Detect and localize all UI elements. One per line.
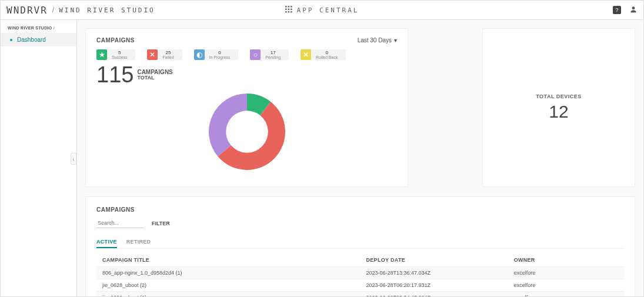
date-range-select[interactable]: Last 30 Days ▾ <box>358 37 397 44</box>
apps-icon <box>285 6 292 15</box>
cell-owner: excelfore <box>508 267 624 279</box>
svg-rect-1 <box>288 6 289 8</box>
svg-rect-0 <box>285 6 287 8</box>
cell-owner: excelfore <box>508 279 624 292</box>
svg-rect-8 <box>291 11 292 13</box>
col-date[interactable]: DEPLOY DATE <box>361 253 508 267</box>
svg-rect-5 <box>291 8 292 10</box>
status-chip-rolled-back[interactable]: ✕0Rolled Back <box>301 49 346 60</box>
sidebar-item-label: Dashboard <box>17 36 46 43</box>
cell-title: jie_0628_uboot (1) <box>96 292 361 297</box>
svg-rect-3 <box>285 8 287 10</box>
chip-value: 17 <box>265 51 281 55</box>
status-chip-in-progress[interactable]: ◐0In Progress <box>194 49 239 60</box>
col-owner[interactable]: OWNER <box>508 253 624 267</box>
devices-value: 12 <box>549 102 568 122</box>
in-progress-icon: ◐ <box>194 49 205 60</box>
chip-value: 0 <box>316 51 338 55</box>
pending-icon: ○ <box>250 49 261 60</box>
cell-date: 2023-06-28T06:20:17.931Z <box>361 279 508 292</box>
sidebar: WIND RIVER STUDIO / Dashboard <box>1 20 77 296</box>
svg-rect-6 <box>285 11 287 13</box>
svg-rect-4 <box>288 8 289 10</box>
app-switcher[interactable]: APP CENTRAL <box>285 6 359 15</box>
table-row[interactable]: 806_app-nginx_1.0_d958d2d4 (1)2023-06-28… <box>96 267 624 279</box>
tab-retired[interactable]: RETIRED <box>126 236 151 248</box>
status-chip-failed[interactable]: ✕25Failed <box>147 49 182 60</box>
app-header: WNDRVR / WIND RIVER STUDIO APP CENTRAL ? <box>1 1 643 20</box>
user-icon[interactable] <box>629 5 638 15</box>
failed-icon: ✕ <box>147 49 158 60</box>
devices-label: TOTAL DEVICES <box>536 94 582 99</box>
success-icon: ★ <box>96 49 107 60</box>
logo: WNDRVR <box>6 5 48 16</box>
date-range-label: Last 30 Days <box>358 37 392 44</box>
chip-label: Rolled Back <box>316 55 338 59</box>
chip-value: 5 <box>112 51 127 55</box>
studio-name: WIND RIVER STUDIO <box>59 6 155 14</box>
sidebar-item-dashboard[interactable]: Dashboard <box>1 33 76 46</box>
status-chip-success[interactable]: ★5Success <box>96 49 135 60</box>
rolled-back-icon: ✕ <box>301 49 311 60</box>
table-row[interactable]: jie_0628_uboot (2)2023-06-28T06:20:17.93… <box>96 279 624 292</box>
divider: / <box>52 6 54 14</box>
status-chip-row: ★5Success✕25Failed◐0In Progress○17Pendin… <box>96 49 397 60</box>
svg-point-9 <box>632 6 635 9</box>
total-campaigns-value: 115 <box>96 62 134 88</box>
campaigns-donut-chart <box>96 88 397 176</box>
chip-label: Pending <box>265 55 281 59</box>
chip-value: 0 <box>209 51 231 55</box>
search-input[interactable] <box>96 218 144 228</box>
card-title: CAMPAIGNS <box>96 37 135 44</box>
chip-value: 25 <box>162 51 173 55</box>
breadcrumb-slash: / <box>54 26 55 30</box>
col-title[interactable]: CAMPAIGN TITLE <box>96 253 361 267</box>
svg-rect-7 <box>288 11 289 13</box>
chip-label: Success <box>112 55 127 59</box>
bullet-icon <box>10 39 12 41</box>
breadcrumb-root: WIND RIVER STUDIO <box>8 26 52 30</box>
filter-button[interactable]: FILTER <box>152 221 170 226</box>
sidebar-collapse-handle[interactable]: ‹ <box>71 153 76 165</box>
campaigns-table-card: CAMPAIGNS FILTER ACTIVE RETIRED CAMPAIGN… <box>85 196 635 296</box>
total-label-2: TOTAL <box>137 75 172 81</box>
app-central-label: APP CENTRAL <box>297 6 359 14</box>
cell-owner: excelfore <box>508 292 624 297</box>
status-chip-pending[interactable]: ○17Pending <box>250 49 289 60</box>
breadcrumb[interactable]: WIND RIVER STUDIO / <box>1 25 76 31</box>
table-row[interactable]: jie_0628_uboot (1)2023-06-28T05:34:47.28… <box>96 292 624 297</box>
campaigns-table: CAMPAIGN TITLE DEPLOY DATE OWNER 806_app… <box>96 253 624 296</box>
donut-slice-pending <box>209 94 247 156</box>
main-content: CAMPAIGNS Last 30 Days ▾ ★5Success✕25Fai… <box>77 20 643 296</box>
help-icon[interactable]: ? <box>613 6 621 14</box>
tab-active[interactable]: ACTIVE <box>96 236 117 248</box>
cell-date: 2023-06-28T05:34:47.284Z <box>361 292 508 297</box>
svg-rect-2 <box>291 6 292 8</box>
cell-date: 2023-06-28T13:36:47.034Z <box>361 267 508 279</box>
cell-title: jie_0628_uboot (2) <box>96 279 361 292</box>
table-card-title: CAMPAIGNS <box>96 206 135 213</box>
total-devices-card: TOTAL DEVICES 12 <box>482 28 635 187</box>
campaigns-summary-card: CAMPAIGNS Last 30 Days ▾ ★5Success✕25Fai… <box>85 28 408 187</box>
chevron-down-icon: ▾ <box>394 37 397 44</box>
chip-label: In Progress <box>209 55 231 59</box>
cell-title: 806_app-nginx_1.0_d958d2d4 (1) <box>96 267 361 279</box>
chip-label: Failed <box>162 55 173 59</box>
